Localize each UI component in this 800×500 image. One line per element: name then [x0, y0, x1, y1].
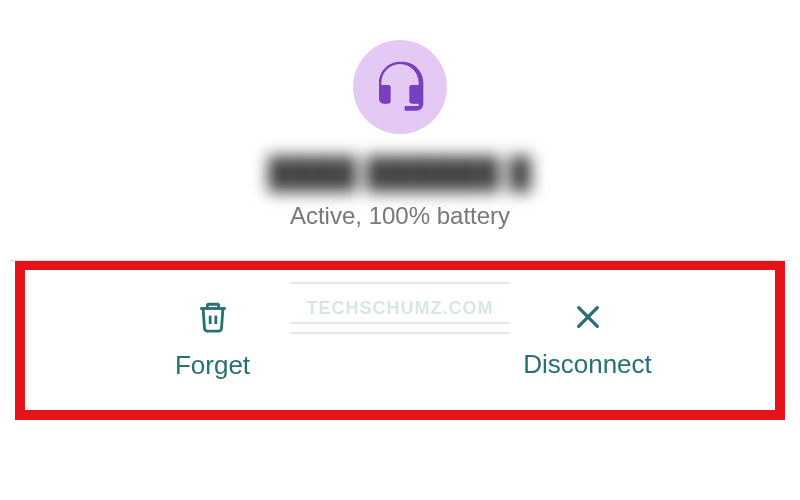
device-name: ████ ██████ █	[268, 156, 531, 190]
forget-label: Forget	[175, 350, 250, 381]
watermark-line	[290, 322, 510, 324]
svg-rect-0	[384, 85, 391, 104]
action-bar-highlight: TECHSCHUMZ.COM Forget Disconnect	[15, 260, 785, 420]
forget-button[interactable]: Forget	[25, 270, 400, 410]
disconnect-label: Disconnect	[523, 349, 652, 380]
headset-icon	[372, 57, 428, 117]
disconnect-button[interactable]: Disconnect	[400, 270, 775, 410]
svg-rect-1	[409, 85, 416, 104]
divider	[10, 260, 790, 261]
trash-icon	[196, 300, 230, 338]
watermark-line	[290, 332, 510, 334]
device-icon-circle	[353, 40, 447, 134]
device-status: Active, 100% battery	[290, 202, 510, 230]
close-icon	[572, 301, 604, 337]
watermark-line	[290, 282, 510, 284]
